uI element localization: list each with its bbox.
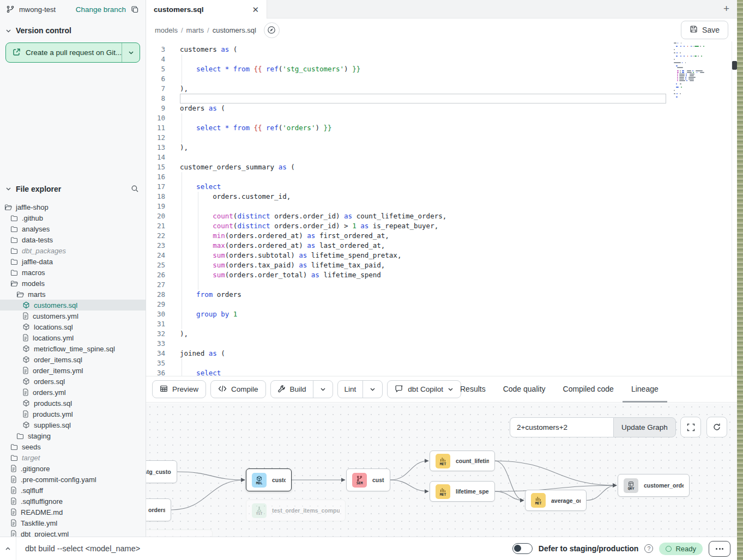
code-line-22[interactable]: 22 min(orders.ordered_at) as first_order…: [146, 231, 737, 241]
minimap[interactable]: [674, 41, 718, 98]
file-tree-item--sqlfluff[interactable]: .sqlfluff: [0, 485, 146, 496]
code-line-12[interactable]: 12: [146, 133, 737, 143]
lineage-node-customer_order_metrics[interactable]: QRYcustomer_order_metrics: [618, 474, 690, 497]
update-graph-button[interactable]: Update Graph: [613, 417, 676, 437]
file-tree-item-models[interactable]: models: [0, 278, 146, 289]
file-tree-item-jaffle-shop[interactable]: jaffle-shop: [0, 202, 146, 212]
code-line-4[interactable]: 4: [146, 54, 737, 64]
code-line-24[interactable]: 24 sum(orders.subtotal) as lifetime_spen…: [146, 251, 737, 260]
compile-button[interactable]: Compile: [210, 380, 266, 398]
code-line-29[interactable]: 29: [146, 300, 737, 309]
code-line-36[interactable]: 36 select: [146, 368, 737, 376]
file-tree-item-products-yml[interactable]: products.yml: [0, 409, 146, 419]
code-line-17[interactable]: 17 select: [146, 182, 737, 192]
create-pr-button[interactable]: Create a pull request on Git...: [6, 43, 122, 62]
lineage-node-customers_mdl[interactable]: MDLcustomers: [246, 468, 292, 491]
file-tree-item--sqlfluffignore[interactable]: .sqlfluffignore: [0, 496, 146, 507]
code-line-16[interactable]: 16: [146, 172, 737, 182]
copy-icon[interactable]: [130, 4, 140, 15]
file-tree-item-products-sql[interactable]: products.sql: [0, 398, 146, 409]
panel-tab-lineage[interactable]: Lineage: [623, 376, 667, 403]
lineage-selector-input[interactable]: [510, 417, 613, 437]
lineage-node-customers_sem[interactable]: SEMcustomers: [346, 468, 390, 491]
file-tree-item-taskfile-yml[interactable]: Taskfile.yml: [0, 518, 146, 528]
fullscreen-button[interactable]: [680, 417, 701, 437]
file-tree-item-metricflow-time-spine-sql[interactable]: metricflow_time_spine.sql: [0, 343, 146, 354]
lineage-node-count_lifetime_orders[interactable]: METcount_lifetime_orders: [430, 451, 495, 471]
lineage-node-partial_node[interactable]: [146, 529, 213, 537]
version-control-header[interactable]: Version control: [0, 19, 146, 37]
breadcrumb-models[interactable]: models: [155, 26, 178, 34]
code-line-15[interactable]: 15customer_orders_summary as (: [146, 162, 737, 172]
file-tree-item--pre-commit-config-yaml[interactable]: .pre-commit-config.yaml: [0, 474, 146, 485]
file-tree-item-supplies-sql[interactable]: supplies.sql: [0, 419, 146, 430]
code-line-23[interactable]: 23 max(orders.ordered_at) as last_ordere…: [146, 241, 737, 251]
tab-customers-sql[interactable]: customers.sql ✕: [146, 0, 267, 19]
file-tree-item-marts[interactable]: marts: [0, 289, 146, 300]
explore-compass-button[interactable]: [264, 22, 280, 38]
code-line-32[interactable]: 32),: [146, 329, 737, 339]
lint-dropdown[interactable]: [363, 381, 382, 398]
file-tree-item-readme-md[interactable]: README.md: [0, 507, 146, 518]
code-line-20[interactable]: 20 count(distinct orders.order_id) as co…: [146, 211, 737, 221]
refresh-button[interactable]: [706, 417, 727, 437]
code-line-25[interactable]: 25 sum(orders.tax_paid) as lifetime_tax_…: [146, 260, 737, 270]
code-line-11[interactable]: 11 select * from {{ ref('orders') }}: [146, 123, 737, 133]
more-options-button[interactable]: [709, 541, 730, 557]
file-tree-item-dbt-packages[interactable]: dbt_packages: [0, 245, 146, 256]
file-tree-item-customers-yml[interactable]: customers.yml: [0, 311, 146, 321]
collapse-panel-button[interactable]: [0, 537, 16, 560]
file-tree-item-target[interactable]: target: [0, 452, 146, 463]
panel-tab-compiled-code[interactable]: Compiled code: [554, 376, 623, 403]
code-line-31[interactable]: 31: [146, 319, 737, 329]
code-line-14[interactable]: 14: [146, 153, 737, 162]
file-tree-item-orders-yml[interactable]: orders.yml: [0, 387, 146, 398]
close-icon[interactable]: ✕: [252, 5, 259, 14]
code-line-30[interactable]: 30 group by 1: [146, 309, 737, 319]
code-line-26[interactable]: 26 sum(orders.order_total) as lifetime_s…: [146, 270, 737, 280]
code-editor[interactable]: 3customers as (45 select * from {{ ref('…: [146, 41, 737, 376]
save-button[interactable]: Save: [681, 21, 728, 39]
file-tree-item-macros[interactable]: macros: [0, 267, 146, 278]
preview-button[interactable]: Preview: [152, 380, 206, 398]
file-tree-item-customers-sql[interactable]: customers.sql: [0, 300, 146, 311]
file-tree-item--gitignore[interactable]: .gitignore: [0, 463, 146, 474]
file-tree-item-data-tests[interactable]: data-tests: [0, 234, 146, 245]
build-button[interactable]: Build: [271, 381, 313, 398]
code-line-9[interactable]: 9orders as (: [146, 104, 737, 113]
lineage-node-orders_src[interactable]: MDLorders: [146, 498, 171, 521]
file-tree-item-order-items-yml[interactable]: order_items.yml: [0, 365, 146, 376]
file-tree-item--github[interactable]: .github: [0, 212, 146, 223]
breadcrumb-file[interactable]: customers.sql: [213, 26, 256, 34]
code-line-27[interactable]: 27: [146, 280, 737, 290]
file-tree-item-locations-yml[interactable]: locations.yml: [0, 332, 146, 343]
lineage-panel[interactable]: MDLstg_customersMDLordersMDLcustomersTST…: [146, 403, 737, 537]
lineage-node-lifetime_spend_pretax[interactable]: METlifetime_spend_pretax: [430, 481, 495, 502]
code-line-6[interactable]: 6: [146, 74, 737, 84]
search-icon[interactable]: [130, 184, 140, 194]
code-line-10[interactable]: 10: [146, 113, 737, 123]
file-tree-item-analyses[interactable]: analyses: [0, 223, 146, 234]
code-line-18[interactable]: 18 orders.customer_id,: [146, 192, 737, 202]
change-branch-link[interactable]: Change branch: [76, 5, 126, 14]
file-tree-item-seeds[interactable]: seeds: [0, 441, 146, 452]
code-line-28[interactable]: 28 from orders: [146, 290, 737, 300]
lineage-node-test_node[interactable]: TSTtest_order_items_compute_to_bools...: [246, 500, 346, 521]
new-tab-button[interactable]: +: [723, 3, 729, 15]
code-line-5[interactable]: 5 select * from {{ ref('stg_customers') …: [146, 64, 737, 74]
defer-toggle[interactable]: [512, 543, 533, 554]
code-line-34[interactable]: 34joined as (: [146, 349, 737, 358]
code-line-3[interactable]: 3customers as (: [146, 45, 737, 54]
code-line-7[interactable]: 7),: [146, 84, 737, 94]
file-explorer-header[interactable]: File explorer: [0, 180, 146, 197]
command-input[interactable]: dbt build --select <model_name>: [16, 544, 512, 553]
file-tree-item-order-items-sql[interactable]: order_items.sql: [0, 354, 146, 365]
editor-scrollbar-thumb[interactable]: [732, 61, 737, 70]
file-tree-item-locations-sql[interactable]: locations.sql: [0, 321, 146, 332]
code-line-13[interactable]: 13),: [146, 143, 737, 153]
lineage-node-stg_customers[interactable]: MDLstg_customers: [146, 460, 177, 483]
panel-tab-code-quality[interactable]: Code quality: [494, 376, 554, 403]
breadcrumb-marts[interactable]: marts: [186, 26, 204, 34]
code-line-8[interactable]: 8: [146, 94, 737, 104]
lineage-node-average_order_value[interactable]: METaverage_order_value: [525, 490, 587, 511]
